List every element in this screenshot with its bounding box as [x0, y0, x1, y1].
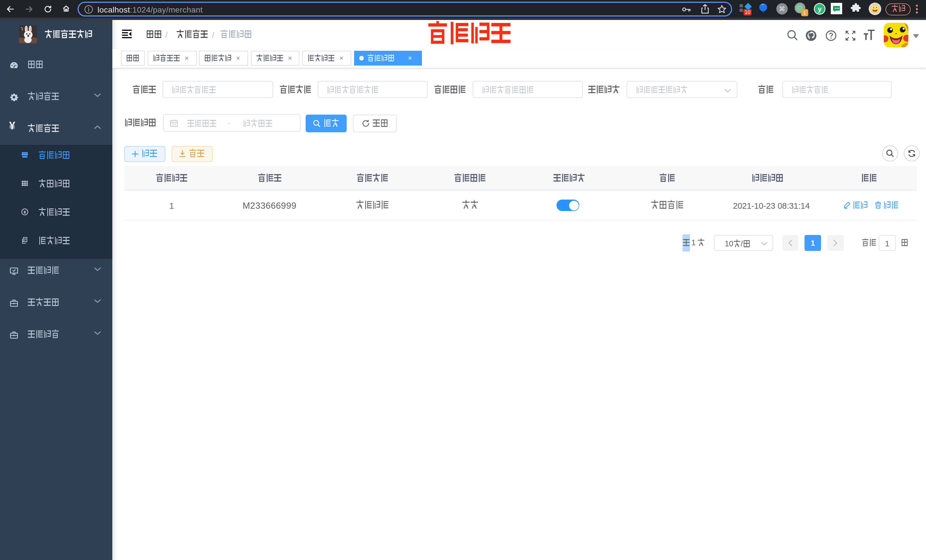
- svg-text:y: y: [818, 5, 822, 12]
- svg-text:⌘: ⌘: [779, 5, 785, 12]
- svg-text:¥: ¥: [24, 210, 26, 215]
- svg-text:1: 1: [803, 10, 806, 16]
- svg-text:10: 10: [745, 9, 750, 15]
